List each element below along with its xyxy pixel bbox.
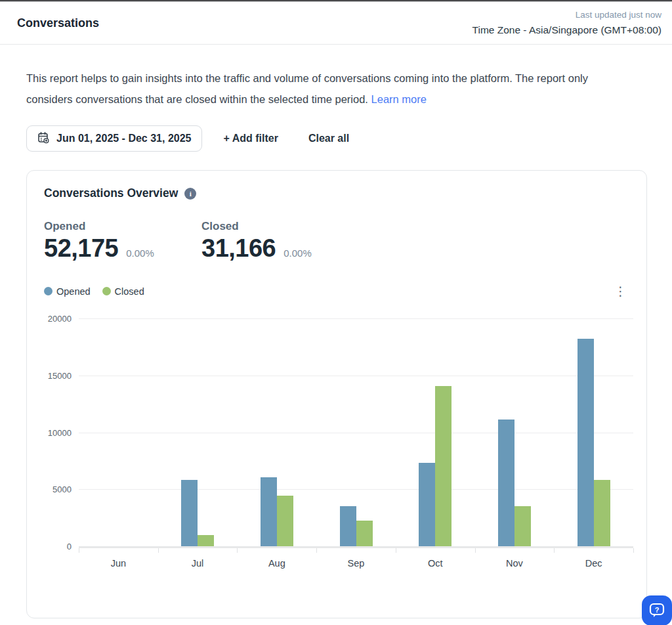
x-tick-label: Nov — [475, 558, 555, 569]
question-mark-icon: ? — [655, 606, 660, 614]
axis-tick — [237, 548, 238, 553]
x-tick-label: Sep — [316, 558, 396, 569]
add-filter-label: Add filter — [232, 133, 278, 144]
legend-dot-opened — [44, 287, 52, 295]
bar-closed-nov[interactable] — [514, 506, 531, 546]
chart-category-oct — [396, 318, 475, 546]
y-tick-label: 0 — [67, 542, 72, 551]
bar-chart: 05000100001500020000 JunJulAugSepOctNovD… — [44, 318, 633, 581]
bar-closed-oct[interactable] — [435, 386, 452, 546]
page-title: Conversations — [17, 16, 99, 30]
date-range-picker[interactable]: Jun 01, 2025 - Dec 31, 2025 — [26, 125, 202, 152]
kebab-menu-icon[interactable]: ⋮ — [614, 285, 627, 297]
last-updated-text: Last updated just now — [472, 9, 662, 22]
stat-closed-delta: 0.00% — [284, 248, 312, 259]
legend-label-closed: Closed — [115, 286, 144, 297]
axis-tick — [554, 548, 555, 553]
y-tick-label: 15000 — [48, 370, 72, 380]
help-button[interactable]: ? — [642, 595, 672, 625]
legend-item-opened[interactable]: Opened — [44, 286, 91, 297]
chart-legend: Opened Closed ⋮ — [44, 285, 633, 297]
bar-opened-oct[interactable] — [419, 463, 435, 546]
clear-all-button[interactable]: Clear all — [308, 133, 349, 144]
stat-closed-value: 31,166 — [201, 234, 276, 263]
stat-opened-label: Opened — [44, 220, 201, 233]
axis-tick — [633, 548, 634, 553]
axis-tick — [475, 548, 476, 553]
bar-opened-aug[interactable] — [261, 477, 277, 546]
stats-row: Opened 52,175 0.00% Closed 31,166 0.00% — [44, 220, 633, 263]
axis-tick — [396, 548, 396, 553]
x-tick-label: Aug — [237, 558, 316, 569]
bar-closed-sep[interactable] — [356, 521, 373, 546]
plus-icon: + — [223, 133, 229, 144]
header: Conversations Last updated just now Time… — [0, 2, 672, 45]
x-tick-label: Jun — [79, 558, 158, 569]
chart-category-nov — [475, 318, 555, 546]
chart-category-jul — [158, 318, 238, 546]
chart-category-jun — [79, 318, 158, 546]
calendar-add-icon — [37, 131, 50, 146]
x-axis-baseline — [79, 546, 633, 548]
stat-opened: Opened 52,175 0.00% — [44, 220, 201, 263]
date-range-value: Jun 01, 2025 - Dec 31, 2025 — [56, 133, 191, 144]
bar-opened-nov[interactable] — [498, 420, 514, 546]
bar-opened-sep[interactable] — [340, 506, 356, 546]
chart-category-dec — [554, 318, 633, 546]
legend-item-closed[interactable]: Closed — [102, 286, 144, 297]
stat-closed-label: Closed — [201, 220, 359, 233]
legend-label-opened: Opened — [56, 286, 91, 297]
bar-opened-dec[interactable] — [578, 339, 594, 546]
x-tick-label: Dec — [554, 558, 633, 569]
x-tick-label: Jul — [158, 558, 238, 569]
y-tick-label: 5000 — [52, 485, 72, 494]
legend-dot-closed — [102, 287, 111, 295]
bar-opened-jul[interactable] — [181, 480, 198, 546]
card-title: Conversations Overview — [44, 186, 178, 200]
bar-closed-jul[interactable] — [198, 535, 214, 546]
bar-closed-dec[interactable] — [594, 480, 610, 546]
chart-plot: 05000100001500020000 JunJulAugSepOctNovD… — [79, 318, 633, 546]
report-description-text: This report helps to gain insights into … — [26, 72, 588, 105]
x-axis: JunJulAugSepOctNovDec — [79, 558, 633, 569]
conversations-overview-card: Conversations Overview i Opened 52,175 0… — [26, 170, 647, 618]
learn-more-link[interactable]: Learn more — [371, 93, 427, 105]
y-tick-label: 10000 — [48, 427, 72, 437]
axis-tick — [79, 548, 79, 553]
axis-tick — [316, 548, 317, 553]
timezone-text: Time Zone - Asia/Singapore (GMT+08:00) — [472, 22, 662, 37]
filter-bar: Jun 01, 2025 - Dec 31, 2025 + Add filter… — [26, 125, 646, 152]
page: Conversations Last updated just now Time… — [0, 0, 672, 625]
add-filter-button[interactable]: + Add filter — [223, 133, 278, 144]
y-tick-label: 20000 — [48, 314, 72, 324]
stat-closed: Closed 31,166 0.00% — [201, 220, 359, 263]
x-tick-label: Oct — [396, 558, 475, 569]
bar-closed-aug[interactable] — [277, 496, 293, 546]
main-content: This report helps to gain insights into … — [0, 45, 672, 618]
chart-category-aug — [237, 318, 316, 546]
chart-cells — [79, 318, 633, 546]
chart-category-sep — [316, 318, 396, 546]
card-header: Conversations Overview i — [44, 186, 633, 200]
y-axis: 05000100001500020000 — [44, 318, 72, 546]
header-meta: Last updated just now Time Zone - Asia/S… — [472, 9, 662, 37]
report-description: This report helps to gain insights into … — [26, 68, 635, 110]
stat-opened-value: 52,175 — [44, 234, 118, 263]
axis-tick — [158, 548, 159, 553]
stat-opened-delta: 0.00% — [126, 248, 154, 259]
info-icon[interactable]: i — [184, 188, 196, 200]
